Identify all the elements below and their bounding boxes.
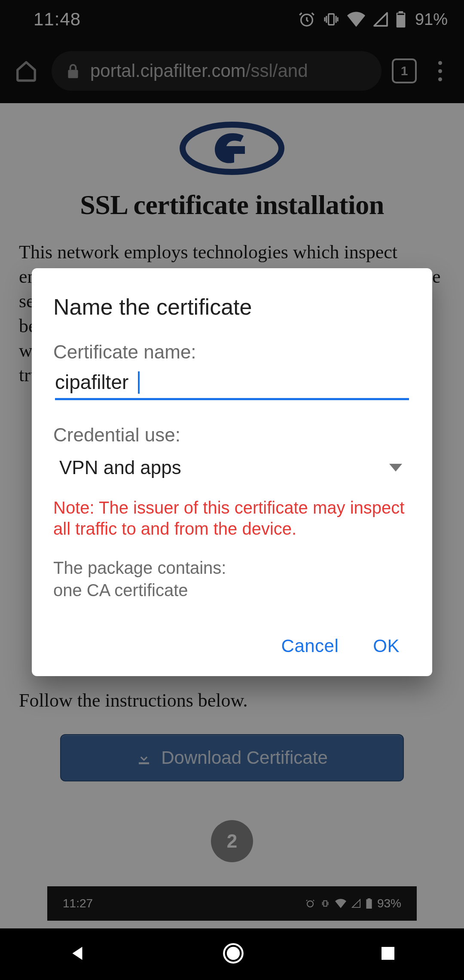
svg-rect-14 <box>382 947 394 960</box>
certificate-name-label: Certificate name: <box>52 341 412 363</box>
certificate-name-field[interactable] <box>55 371 409 394</box>
home-nav-button[interactable] <box>222 942 244 966</box>
text-caret <box>138 371 140 394</box>
credential-use-value: VPN and apps <box>59 457 181 478</box>
dialog-title: Name the certificate <box>52 294 412 320</box>
name-certificate-dialog: Name the certificate Certificate name: C… <box>32 268 432 676</box>
chevron-down-icon <box>389 464 402 472</box>
credential-use-select[interactable]: VPN and apps <box>52 453 412 478</box>
cancel-button[interactable]: Cancel <box>281 636 339 656</box>
credential-use-label: Credential use: <box>52 424 412 446</box>
back-button[interactable] <box>67 943 87 965</box>
package-info: The package contains: one CA certificate <box>52 557 412 601</box>
certificate-warning: Note: The issuer of this certificate may… <box>52 497 412 539</box>
navigation-bar <box>0 928 464 980</box>
ok-button[interactable]: OK <box>373 636 400 656</box>
svg-point-13 <box>227 947 240 960</box>
certificate-name-input[interactable] <box>55 371 409 400</box>
overview-button[interactable] <box>379 945 397 964</box>
